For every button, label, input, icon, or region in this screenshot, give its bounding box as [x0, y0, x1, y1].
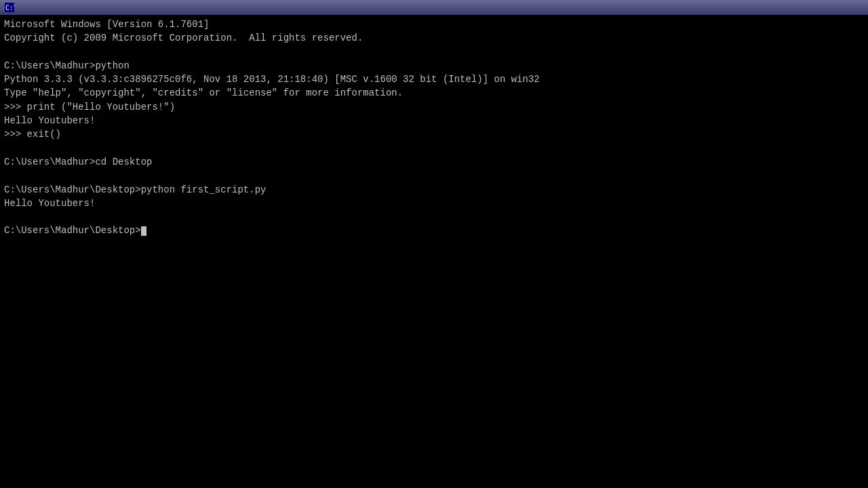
cursor — [141, 226, 146, 236]
svg-text:C:\: C:\ — [5, 4, 14, 12]
cmd-icon: C:\ — [4, 2, 15, 13]
title-bar: C:\ — [0, 0, 868, 15]
terminal-body[interactable]: Microsoft Windows [Version 6.1.7601] Cop… — [0, 15, 868, 488]
